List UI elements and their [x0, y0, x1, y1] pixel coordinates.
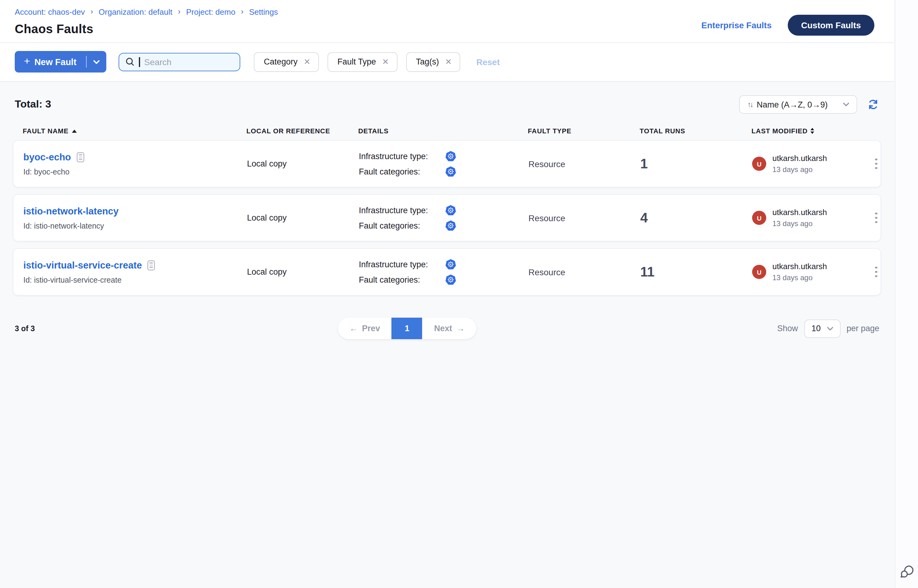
new-fault-dropdown-button[interactable] — [87, 60, 107, 64]
breadcrumb-account[interactable]: Account: chaos-dev — [15, 7, 85, 16]
close-icon[interactable]: ✕ — [445, 58, 452, 66]
column-fault-name[interactable]: FAULT NAME — [23, 127, 246, 134]
column-label: TOTAL RUNS — [640, 127, 685, 134]
custom-faults-button[interactable]: Custom Faults — [788, 15, 874, 36]
breadcrumb-project[interactable]: Project: demo — [186, 7, 235, 16]
page-title: Chaos Faults — [15, 22, 278, 36]
fault-categories-label: Fault categories: — [359, 167, 445, 176]
reset-filters-button[interactable]: Reset — [476, 57, 499, 67]
fault-row[interactable]: istio-virtual-service-create Id: istio-v… — [13, 248, 881, 296]
column-fault-type: FAULT TYPE — [528, 127, 640, 134]
breadcrumb-organization[interactable]: Organization: default — [99, 7, 172, 16]
column-label: FAULT TYPE — [528, 127, 571, 134]
pagination-row: 3 of 3 ← Prev 1 Next → — [13, 318, 881, 339]
page-header: Account: chaos-dev › Organization: defau… — [0, 0, 894, 43]
close-icon[interactable]: ✕ — [304, 58, 310, 66]
sort-value: Name (A→Z, 0→9) — [757, 100, 827, 109]
column-total-runs: TOTAL RUNS — [640, 127, 752, 134]
kubernetes-icon — [445, 274, 457, 285]
fault-name-link[interactable]: byoc-echo — [23, 152, 71, 163]
page-size-value: 10 — [811, 324, 821, 333]
arrow-right-icon: → — [456, 324, 464, 333]
description-icon[interactable] — [147, 260, 155, 270]
search-box — [119, 53, 241, 71]
column-label: LAST MODIFIED — [752, 127, 808, 134]
pager: ← Prev 1 Next → — [338, 318, 476, 339]
fault-id: Id: byoc-echo — [23, 168, 247, 176]
total-count: Total: 3 — [15, 98, 51, 111]
chat-icon[interactable] — [899, 564, 915, 579]
plus-icon: + — [24, 56, 30, 66]
kubernetes-icon — [445, 220, 457, 231]
column-label: LOCAL OR REFERENCE — [246, 127, 330, 134]
row-menu-button[interactable] — [873, 264, 879, 280]
page-size-dropdown[interactable]: 10 — [804, 319, 840, 338]
fault-name-cell: istio-virtual-service-create Id: istio-v… — [23, 260, 247, 284]
breadcrumb-separator-icon: › — [241, 7, 244, 16]
details-cell: Infrastructure type: Fault categories: — [359, 258, 528, 285]
fault-type-cell: Resource — [528, 159, 640, 169]
avatar: U — [752, 211, 766, 225]
refresh-icon — [867, 98, 879, 111]
show-label: Show — [777, 324, 798, 333]
description-icon[interactable] — [76, 152, 84, 162]
per-page-label: per page — [847, 324, 879, 333]
sort-ascending-icon — [71, 129, 76, 132]
row-menu-button[interactable] — [873, 156, 879, 172]
column-label: DETAILS — [358, 127, 389, 134]
fault-name-cell: istio-network-latency Id: istio-network-… — [23, 205, 247, 230]
sort-dropdown[interactable]: ↑↓ Name (A→Z, 0→9) — [740, 95, 857, 114]
prev-page-button[interactable]: ← Prev — [338, 318, 392, 339]
row-menu-button[interactable] — [873, 210, 879, 226]
fault-type-cell: Resource — [528, 267, 640, 277]
breadcrumb-separator-icon: › — [178, 7, 181, 16]
next-page-button[interactable]: Next → — [422, 318, 477, 339]
fault-row[interactable]: byoc-echo Id: byoc-echo Local copy Infra… — [13, 140, 881, 187]
new-fault-split-button: + New Fault — [15, 51, 107, 73]
refresh-button[interactable] — [867, 98, 879, 111]
column-local-or-reference: LOCAL OR REFERENCE — [246, 127, 358, 134]
breadcrumb-separator-icon: › — [91, 7, 93, 16]
total-runs-cell: 4 — [640, 210, 752, 226]
column-last-modified[interactable]: LAST MODIFIED — [752, 127, 872, 134]
chevron-down-icon — [827, 326, 833, 330]
fault-name-cell: byoc-echo Id: byoc-echo — [23, 152, 247, 176]
fault-row[interactable]: istio-network-latency Id: istio-network-… — [13, 194, 881, 241]
modified-by: utkarsh.utkarsh — [773, 153, 827, 163]
list-meta-row: Total: 3 ↑↓ Name (A→Z, 0→9) — [13, 95, 881, 114]
modified-time: 13 days ago — [773, 273, 827, 282]
toolbar: + New Fault Category ✕ Fault Type ✕ — [0, 43, 894, 82]
last-modified-cell: U utkarsh.utkarsh 13 days ago — [752, 153, 873, 174]
filter-chip-label: Category — [264, 57, 298, 66]
enterprise-faults-link[interactable]: Enterprise Faults — [701, 20, 772, 30]
local-or-reference-cell: Local copy — [247, 267, 359, 276]
main-column: Account: chaos-dev › Organization: defau… — [0, 0, 894, 588]
kubernetes-icon — [445, 150, 457, 162]
filter-chip-fault-type[interactable]: Fault Type ✕ — [328, 52, 397, 71]
filter-chip-label: Tag(s) — [416, 57, 439, 66]
filter-chip-tags[interactable]: Tag(s) ✕ — [406, 52, 461, 71]
chevron-down-icon — [94, 60, 100, 64]
modified-time: 13 days ago — [773, 219, 827, 228]
next-label: Next — [434, 324, 452, 333]
new-fault-button[interactable]: + New Fault — [15, 57, 86, 67]
page-size-group: Show 10 per page — [777, 319, 879, 338]
text-cursor — [139, 57, 140, 67]
breadcrumb-settings[interactable]: Settings — [249, 7, 278, 16]
search-icon — [126, 57, 135, 66]
modified-by: utkarsh.utkarsh — [773, 208, 827, 217]
meta-right: ↑↓ Name (A→Z, 0→9) — [740, 95, 879, 114]
header-left: Account: chaos-dev › Organization: defau… — [15, 7, 278, 36]
close-icon[interactable]: ✕ — [382, 58, 389, 66]
filter-chip-category[interactable]: Category ✕ — [254, 52, 319, 71]
column-label: FAULT NAME — [23, 127, 68, 134]
fault-id: Id: istio-virtual-service-create — [23, 276, 247, 284]
fault-name-link[interactable]: istio-virtual-service-create — [23, 260, 142, 271]
page-1-button[interactable]: 1 — [392, 318, 422, 339]
search-input[interactable] — [144, 57, 234, 67]
fault-name-link[interactable]: istio-network-latency — [23, 205, 119, 216]
fault-list: byoc-echo Id: byoc-echo Local copy Infra… — [13, 140, 881, 296]
chevron-down-icon — [843, 103, 849, 106]
right-rail — [895, 0, 918, 588]
total-runs-cell: 11 — [640, 264, 752, 280]
